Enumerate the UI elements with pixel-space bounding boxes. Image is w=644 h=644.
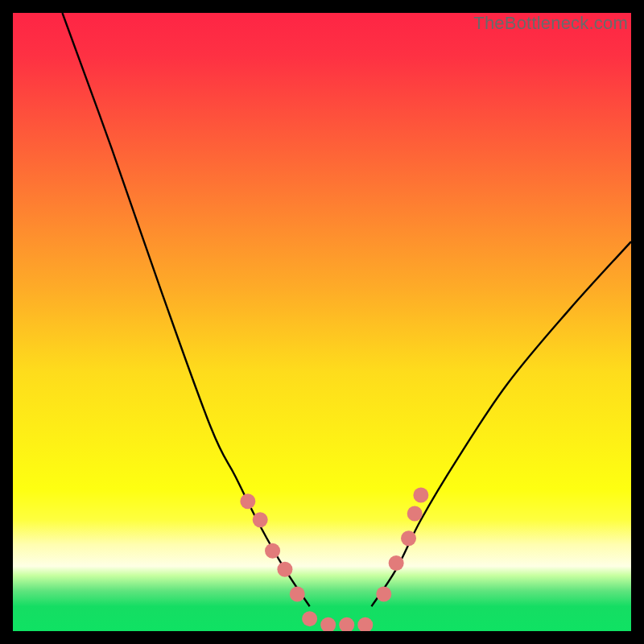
marker-dot [302, 611, 317, 626]
marker-dot [290, 586, 305, 601]
marker-dot [407, 506, 423, 522]
marker-dot [401, 530, 416, 546]
marker-dot [265, 543, 280, 559]
chart-plot-area [13, 13, 631, 631]
chart-background-gradient [13, 13, 631, 631]
marker-dot [389, 555, 404, 571]
chart-frame: TheBottleneck.com [0, 0, 644, 644]
marker-dot [376, 586, 391, 601]
marker-dot [253, 512, 268, 527]
marker-dot [277, 562, 292, 577]
marker-dot [240, 493, 255, 509]
watermark-text: TheBottleneck.com [473, 13, 628, 34]
marker-dot [413, 488, 428, 503]
